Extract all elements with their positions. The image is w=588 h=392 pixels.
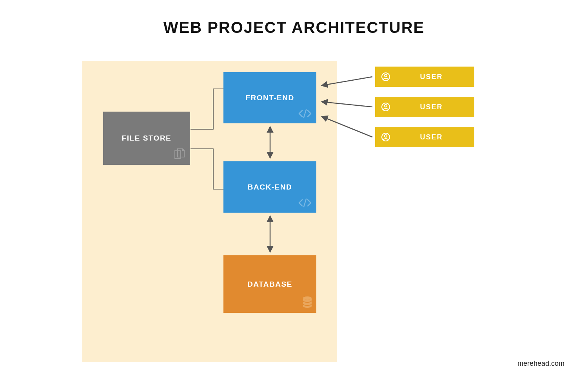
attribution-text: merehead.com <box>517 359 564 368</box>
svg-line-10 <box>322 102 372 107</box>
svg-line-11 <box>322 117 372 137</box>
arrows-overlay <box>0 0 588 392</box>
svg-line-9 <box>322 77 372 85</box>
